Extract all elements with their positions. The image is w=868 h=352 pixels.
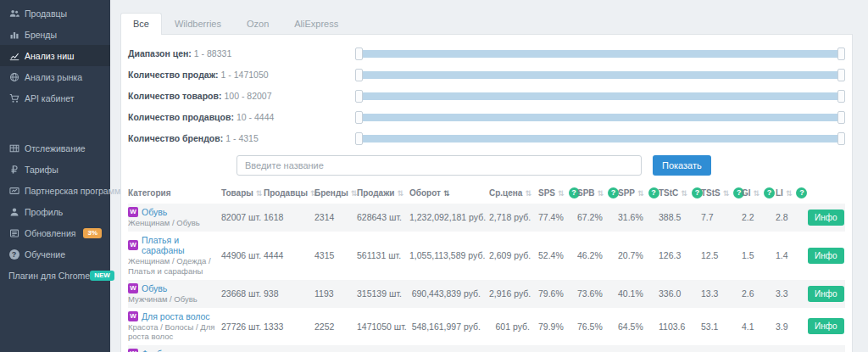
- category-link[interactable]: Обувь: [142, 207, 167, 217]
- category-title: WДля роста волос: [128, 311, 221, 321]
- table-body: WОбувьЖенщинам / Обувь82007 шт.161823146…: [128, 204, 845, 352]
- value-cell: 2.6: [742, 288, 776, 299]
- column-header-Товары[interactable]: Товары⇅: [221, 187, 264, 198]
- sort-icon[interactable]: ⇅: [723, 189, 730, 198]
- filter-label: Количество продаж:: [128, 70, 219, 80]
- column-label: TStS: [701, 188, 721, 198]
- table-row: WДля роста волосКрасота / Волосы / Для р…: [128, 308, 845, 346]
- value-cell: 82007 шт.: [221, 212, 264, 222]
- sidebar-item-partner-program[interactable]: Партнерская программа: [0, 180, 110, 201]
- sidebar-item-sellers[interactable]: Продавцы: [0, 3, 110, 24]
- sort-icon[interactable]: ⇅: [637, 189, 644, 198]
- category-title: WПлатья и сарафаны: [128, 235, 221, 255]
- filter-slider-goods-count[interactable]: [355, 92, 845, 100]
- sort-icon[interactable]: ⇅: [598, 189, 604, 198]
- column-header-Бренды[interactable]: Бренды⇅: [314, 187, 357, 198]
- value-cell: 2.2: [742, 212, 776, 222]
- info-button[interactable]: Инфо: [808, 248, 844, 264]
- sidebar-item-updates[interactable]: Обновления3%: [0, 222, 110, 243]
- filter-label-wrap: Диапазон цен:1 - 88331: [128, 48, 355, 59]
- filter-slider-price-range[interactable]: [355, 50, 845, 58]
- value-cell: 628643 шт.: [357, 212, 409, 222]
- column-header-SPB[interactable]: SPB⇅?: [577, 187, 618, 198]
- sort-icon[interactable]: ⇅: [397, 189, 403, 198]
- column-info-icon[interactable]: ?: [796, 187, 807, 198]
- value-cell: 561131 шт.: [357, 250, 409, 260]
- info-button[interactable]: Инфо: [808, 210, 844, 226]
- show-button[interactable]: Показать: [653, 155, 711, 176]
- sort-icon[interactable]: ⇅: [754, 189, 760, 198]
- tab-aliexpress[interactable]: AliExpress: [281, 13, 351, 35]
- column-header-GI[interactable]: GI⇅?: [742, 187, 776, 198]
- column-header-Оборот[interactable]: Оборот⇅: [409, 187, 489, 198]
- column-header-TStC[interactable]: TStC⇅?: [659, 187, 701, 198]
- sidebar-badge-updates: 3%: [83, 228, 102, 238]
- category-path: Мужчинам / Обувь: [128, 294, 221, 305]
- sidebar-item-brands[interactable]: Бренды: [0, 24, 110, 45]
- sidebar-item-profile[interactable]: Профиль: [0, 201, 110, 222]
- slider-handle-max[interactable]: [837, 111, 845, 124]
- sidebar-item-chrome-plugin[interactable]: Плагин для ChromeNEW: [0, 265, 110, 286]
- category-title: WОбувь: [128, 207, 221, 217]
- column-header-SPP[interactable]: SPP⇅?: [618, 187, 659, 198]
- column-label: SPS: [538, 188, 555, 198]
- sort-icon[interactable]: ⇅: [443, 189, 450, 198]
- sort-icon[interactable]: ⇅: [681, 189, 687, 198]
- column-label: SPP: [618, 188, 635, 198]
- sidebar-item-api-cabinet[interactable]: API кабинет: [0, 87, 110, 109]
- column-header-Продавцы[interactable]: Продавцы⇅: [264, 187, 314, 198]
- category-link[interactable]: Платья и сарафаны: [142, 235, 221, 255]
- slider-handle-max[interactable]: [837, 132, 845, 145]
- search-input[interactable]: [236, 155, 642, 176]
- sidebar-item-market-analysis[interactable]: Анализ рынка: [0, 66, 110, 87]
- column-info-icon[interactable]: ?: [648, 187, 659, 198]
- category-link[interactable]: Обувь: [142, 283, 167, 293]
- slider-handle-max[interactable]: [837, 90, 845, 103]
- column-header-SPS[interactable]: SPS⇅?: [538, 187, 577, 198]
- slider-handle-max[interactable]: [837, 47, 845, 60]
- slider-handle-min[interactable]: [355, 69, 363, 81]
- sort-icon[interactable]: ⇅: [558, 189, 565, 198]
- column-header-LI[interactable]: LI⇅?: [776, 187, 808, 198]
- column-header-Продажи[interactable]: Продажи⇅: [357, 187, 409, 198]
- info-button[interactable]: Инфо: [808, 318, 844, 334]
- sort-icon[interactable]: ⇅: [525, 189, 531, 198]
- tab-all[interactable]: Все: [120, 13, 162, 35]
- slider-handle-min[interactable]: [355, 90, 363, 103]
- category-link[interactable]: Для роста волос: [142, 311, 210, 321]
- column-info-icon[interactable]: ?: [764, 187, 775, 198]
- filter-slider-brands-count[interactable]: [355, 135, 845, 142]
- sidebar: ПродавцыБрендыАнализ нишАнализ рынкаAPI …: [0, 0, 110, 352]
- slider-handle-min[interactable]: [355, 111, 363, 124]
- filter-label: Диапазон цен:: [128, 48, 192, 59]
- slider-handle-min[interactable]: [355, 132, 363, 145]
- value-cell: 1103.6: [659, 321, 701, 332]
- tab-wildberries[interactable]: Wildberries: [162, 13, 234, 35]
- category-title: WОбувь: [128, 283, 221, 293]
- sidebar-item-label: Плагин для Chrome: [8, 271, 90, 281]
- slider-handle-max[interactable]: [837, 69, 845, 81]
- value-cell: 12.5: [701, 250, 742, 260]
- filter-slider-sales-count[interactable]: [355, 71, 845, 79]
- value-cell: 4315: [314, 250, 357, 260]
- slider-handle-min[interactable]: [355, 47, 363, 60]
- sort-icon[interactable]: ⇅: [256, 189, 263, 198]
- category-link[interactable]: Футболки и топы: [142, 349, 211, 352]
- category-cell: WОбувьМужчинам / Обувь: [128, 283, 221, 305]
- sidebar-item-tracking[interactable]: Отслеживание: [0, 137, 110, 159]
- value-cell: 126.3: [659, 250, 701, 260]
- sidebar-item-training[interactable]: ?Обучение: [0, 243, 110, 265]
- column-header-TStS[interactable]: TStS⇅?: [701, 187, 742, 198]
- category-cell: WФутболки и топыЖенщинам / Одежда / Футб…: [128, 349, 221, 352]
- column-header-Ср.цена[interactable]: Ср.цена⇅: [489, 187, 538, 198]
- sort-icon[interactable]: ⇅: [786, 189, 793, 198]
- info-button[interactable]: Инфо: [808, 286, 844, 302]
- marketplace-tabs: ВсеWildberriesOzonAliExpress: [120, 13, 853, 35]
- value-cell: 1,055,113,589 руб.: [409, 250, 489, 260]
- tab-ozon[interactable]: Ozon: [234, 13, 281, 35]
- sidebar-item-tariffs[interactable]: Тарифы: [0, 159, 110, 180]
- value-cell: 1.5: [742, 250, 776, 260]
- value-cell: 1193: [314, 288, 357, 299]
- filter-slider-sellers-count[interactable]: [355, 114, 845, 121]
- sidebar-item-niche-analysis[interactable]: Анализ ниш: [0, 45, 110, 66]
